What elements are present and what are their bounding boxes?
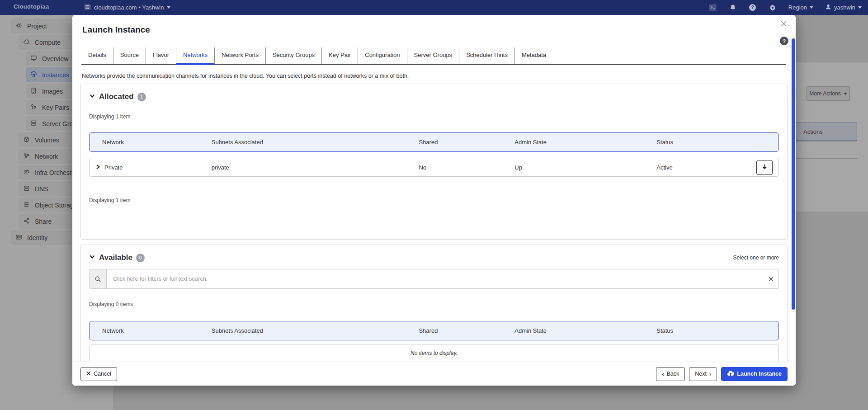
launch-instance-button[interactable]: Launch Instance xyxy=(721,367,788,381)
svg-text:?: ? xyxy=(783,38,786,44)
allocated-panel: Allocated 1 Displaying 1 item Network Su… xyxy=(80,84,788,240)
search-input[interactable] xyxy=(107,269,763,288)
column-header-admin-state: Admin State xyxy=(514,327,656,334)
tab-network-ports[interactable]: Network Ports xyxy=(215,47,266,64)
select-hint: Select one or more xyxy=(733,254,779,261)
column-header-network: Network xyxy=(90,139,212,146)
column-header-subnets: Subnets Associated xyxy=(212,327,419,334)
back-button[interactable]: ‹ Back xyxy=(656,367,685,381)
cloud-upload-icon xyxy=(727,370,734,377)
cell-admin-state: Up xyxy=(514,164,656,171)
cell-network-name: Private xyxy=(104,164,123,171)
project-switcher[interactable]: cloudtopiaa.com • Yashwin xyxy=(84,0,170,15)
tab-server-groups[interactable]: Server Groups xyxy=(407,47,460,64)
project-switcher-label: cloudtopiaa.com • Yashwin xyxy=(94,4,164,11)
available-count-badge: 0 xyxy=(136,254,145,262)
modal-footer: Cancel ‹ Back Next › Launch Instance xyxy=(72,362,796,386)
cell-shared: No xyxy=(419,164,514,171)
chevron-down-icon xyxy=(167,6,170,9)
region-dropdown[interactable]: Region xyxy=(788,4,813,11)
region-label: Region xyxy=(788,4,807,11)
allocated-table-header: Network Subnets Associated Shared Admin … xyxy=(89,132,779,152)
user-menu[interactable]: yashwin xyxy=(825,4,862,11)
allocated-title: Allocated xyxy=(99,92,134,101)
close-icon[interactable] xyxy=(778,19,788,28)
back-label: Back xyxy=(667,371,679,377)
available-table-header: Network Subnets Associated Shared Admin … xyxy=(89,321,779,340)
column-header-network: Network xyxy=(90,327,212,334)
column-header-status: Status xyxy=(656,327,778,334)
column-header-admin-state: Admin State xyxy=(514,139,656,146)
clear-search-icon[interactable] xyxy=(763,269,778,288)
tab-metadata[interactable]: Metadata xyxy=(515,47,553,64)
cancel-label: Cancel xyxy=(94,371,111,377)
user-label: yashwin xyxy=(834,4,855,11)
network-filter-bar xyxy=(89,269,779,289)
wizard-tabs: Details Source Flavor Networks Network P… xyxy=(81,47,786,65)
settings-gear-icon[interactable] xyxy=(769,4,777,12)
user-icon xyxy=(825,4,831,11)
brand-logo: Cloudtopiaa xyxy=(14,3,49,10)
bell-icon[interactable] xyxy=(729,4,737,12)
chevron-right-icon: › xyxy=(709,371,711,377)
search-icon xyxy=(90,269,107,288)
column-header-shared: Shared xyxy=(419,327,514,334)
launch-instance-modal: Launch Instance ? Details Source Flavor … xyxy=(72,15,796,386)
list-icon xyxy=(84,4,91,11)
chevron-down-icon xyxy=(858,6,862,9)
allocated-displaying-text: Displaying 1 item xyxy=(89,113,779,120)
tab-security-groups[interactable]: Security Groups xyxy=(266,47,322,64)
modal-help-icon[interactable]: ? xyxy=(780,37,788,45)
chevron-down-icon xyxy=(810,6,813,9)
available-displaying-text: Displaying 0 items xyxy=(89,301,779,307)
launch-label: Launch Instance xyxy=(737,371,782,377)
deallocate-button[interactable] xyxy=(756,160,773,175)
tab-configuration[interactable]: Configuration xyxy=(358,47,407,64)
chevron-down-icon[interactable] xyxy=(89,254,95,262)
chevron-left-icon: ‹ xyxy=(662,371,664,377)
next-button[interactable]: Next › xyxy=(689,367,717,381)
tab-networks[interactable]: Networks xyxy=(176,47,215,64)
cell-subnets: private xyxy=(212,164,419,171)
help-icon[interactable]: ? xyxy=(749,4,757,12)
tab-details[interactable]: Details xyxy=(81,47,113,64)
tab-description: Networks provide the communication chann… xyxy=(82,73,409,79)
tab-source[interactable]: Source xyxy=(113,47,146,64)
svg-text:?: ? xyxy=(751,5,754,10)
tab-key-pair[interactable]: Key Pair xyxy=(322,47,358,64)
cancel-button[interactable]: Cancel xyxy=(80,367,117,381)
column-header-status: Status xyxy=(656,139,778,146)
modal-title: Launch Instance xyxy=(82,25,150,35)
allocated-count-badge: 1 xyxy=(137,93,146,101)
terminal-icon[interactable] xyxy=(709,4,717,12)
x-icon xyxy=(86,371,91,377)
tab-scheduler-hints[interactable]: Scheduler Hints xyxy=(459,47,515,64)
topbar: Cloudtopiaa cloudtopiaa.com • Yashwin ? … xyxy=(0,0,868,15)
modal-scrollbar[interactable] xyxy=(792,38,795,310)
tab-flavor[interactable]: Flavor xyxy=(146,47,176,64)
column-header-shared: Shared xyxy=(419,139,514,146)
column-header-subnets: Subnets Associated xyxy=(212,139,419,146)
next-label: Next xyxy=(695,371,707,377)
chevron-down-icon[interactable] xyxy=(89,93,95,101)
chevron-right-icon[interactable] xyxy=(95,164,100,171)
arrow-down-icon xyxy=(762,164,768,171)
allocated-displaying-footer: Displaying 1 item xyxy=(89,197,779,203)
allocated-network-row: Private private No Up Active xyxy=(89,158,779,177)
available-title: Available xyxy=(99,253,132,262)
